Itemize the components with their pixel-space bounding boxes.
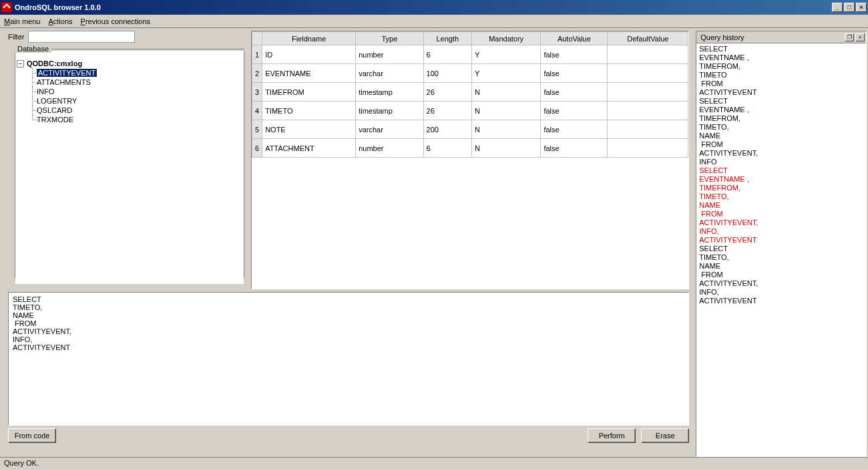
table-row[interactable]: 1IDnumber6Yfalse bbox=[252, 45, 688, 64]
sql-editor[interactable] bbox=[8, 292, 689, 426]
tree-root[interactable]: − QODBC:cmxlog bbox=[17, 59, 242, 68]
menu-previous-connections[interactable]: Previous connections bbox=[81, 17, 151, 25]
history-entry[interactable]: SELECT EVENTNAME , TIMEFROM, TIMETO, NAM… bbox=[699, 166, 863, 245]
menu-bar: Main menu Actions Previous connections bbox=[0, 15, 868, 28]
erase-button[interactable]: Erase bbox=[641, 428, 689, 443]
col-header[interactable]: Fieldname bbox=[262, 32, 356, 45]
menu-main[interactable]: Main menu bbox=[4, 17, 40, 25]
col-header[interactable]: DefaultValue bbox=[608, 32, 688, 45]
history-close-icon[interactable]: × bbox=[855, 33, 865, 41]
perform-button[interactable]: Perform bbox=[588, 428, 636, 443]
history-entry[interactable]: SELECT TIMETO, NAME FROM ACTIVITYEVENT, … bbox=[699, 245, 863, 305]
tree-item[interactable]: ATTACHMENTS bbox=[17, 77, 242, 87]
app-icon bbox=[1, 2, 12, 13]
tree-item[interactable]: INFO bbox=[17, 87, 242, 96]
filter-input[interactable] bbox=[28, 31, 135, 43]
tree-item[interactable]: ACTIVITYEVENT bbox=[17, 68, 242, 77]
database-groupbox: Database − QODBC:cmxlog ACTIVITYEVENTATT… bbox=[15, 51, 244, 278]
table-row[interactable]: 2EVENTNAMEvarchar100Yfalse bbox=[252, 64, 688, 83]
query-history-panel: Query history ❐ × SELECT EVENTNAME , TIM… bbox=[696, 31, 867, 457]
database-group-title: Database bbox=[15, 45, 51, 53]
status-text: Query OK. bbox=[4, 459, 39, 467]
table-row[interactable]: 4TIMETOtimestamp26Nfalse bbox=[252, 102, 688, 120]
database-tree[interactable]: − QODBC:cmxlog ACTIVITYEVENTATTACHMENTSI… bbox=[15, 57, 244, 284]
title-bar: OndroSQL browser 1.0.0 _ □ × bbox=[0, 0, 868, 15]
col-header[interactable]: Length bbox=[423, 32, 471, 45]
table-row[interactable]: 6ATTACHMENTnumber6Nfalse bbox=[252, 139, 688, 158]
table-row[interactable]: 5NOTEvarchar200Nfalse bbox=[252, 120, 688, 139]
col-header[interactable]: Mandatory bbox=[471, 32, 540, 45]
maximize-button[interactable]: □ bbox=[844, 3, 855, 12]
history-title: Query history bbox=[700, 33, 843, 41]
tree-item[interactable]: QSLCARD bbox=[17, 106, 242, 115]
from-code-button[interactable]: From code bbox=[8, 428, 56, 443]
history-restore-icon[interactable]: ❐ bbox=[845, 33, 854, 41]
history-entry[interactable]: SELECT EVENTNAME , TIMEFROM, TIMETO, NAM… bbox=[699, 97, 863, 166]
close-button[interactable]: × bbox=[856, 3, 867, 12]
filter-label: Filter bbox=[8, 33, 24, 41]
menu-actions[interactable]: Actions bbox=[48, 17, 72, 25]
col-header[interactable]: AutoValue bbox=[541, 32, 608, 45]
history-list[interactable]: SELECT EVENTNAME , TIMEFROM, TIMETO FROM… bbox=[696, 43, 866, 456]
window-title: OndroSQL browser 1.0.0 bbox=[15, 3, 832, 11]
expand-icon[interactable]: − bbox=[17, 60, 24, 67]
tree-item[interactable]: TRXMODE bbox=[17, 115, 242, 124]
schema-grid[interactable]: FieldnameTypeLengthMandatoryAutoValueDef… bbox=[251, 31, 689, 289]
history-entry[interactable]: SELECT EVENTNAME , TIMEFROM, TIMETO FROM… bbox=[699, 45, 863, 97]
tree-item[interactable]: LOGENTRY bbox=[17, 96, 242, 106]
col-header[interactable]: Type bbox=[356, 32, 423, 45]
table-row[interactable]: 3TIMEFROMtimestamp26Nfalse bbox=[252, 83, 688, 102]
status-bar: Query OK. bbox=[0, 457, 868, 469]
minimize-button[interactable]: _ bbox=[832, 3, 843, 12]
